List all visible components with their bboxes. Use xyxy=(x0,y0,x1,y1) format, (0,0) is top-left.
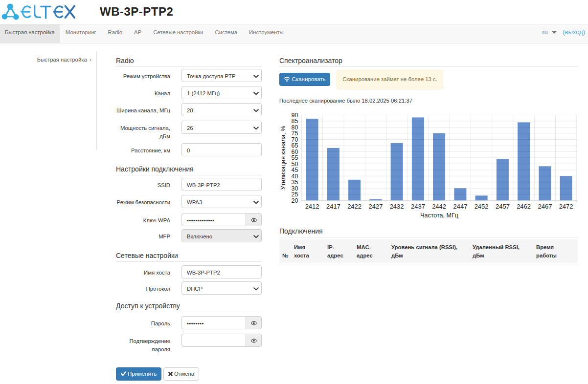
svg-text:80: 80 xyxy=(292,124,298,131)
svg-text:2447: 2447 xyxy=(453,203,467,210)
svg-text:20: 20 xyxy=(292,197,298,204)
svg-text:85: 85 xyxy=(292,118,298,125)
svg-text:75: 75 xyxy=(292,130,298,137)
svg-text:Частота, МГц: Частота, МГц xyxy=(420,212,458,219)
svg-text:Утилизация канала, %: Утилизация канала, % xyxy=(280,126,287,190)
svg-text:2427: 2427 xyxy=(368,203,383,210)
svg-text:35: 35 xyxy=(292,179,298,186)
svg-text:2442: 2442 xyxy=(432,203,446,210)
svg-text:2467: 2467 xyxy=(538,203,552,210)
svg-text:2412: 2412 xyxy=(305,203,319,210)
svg-text:70: 70 xyxy=(292,136,298,143)
svg-text:2422: 2422 xyxy=(347,203,362,210)
svg-text:50: 50 xyxy=(292,161,298,168)
svg-text:55: 55 xyxy=(292,154,298,161)
svg-text:60: 60 xyxy=(292,149,298,155)
svg-text:2417: 2417 xyxy=(326,203,340,210)
svg-text:90: 90 xyxy=(292,112,298,119)
svg-text:40: 40 xyxy=(292,173,298,180)
svg-text:65: 65 xyxy=(292,142,298,149)
svg-text:2432: 2432 xyxy=(390,203,404,210)
svg-text:2457: 2457 xyxy=(496,203,510,210)
svg-text:2472: 2472 xyxy=(559,203,573,210)
svg-text:2437: 2437 xyxy=(411,203,425,210)
svg-text:2462: 2462 xyxy=(517,203,531,210)
svg-text:45: 45 xyxy=(292,167,298,173)
svg-text:25: 25 xyxy=(292,191,298,198)
svg-text:2452: 2452 xyxy=(475,203,489,210)
svg-text:30: 30 xyxy=(292,185,298,192)
